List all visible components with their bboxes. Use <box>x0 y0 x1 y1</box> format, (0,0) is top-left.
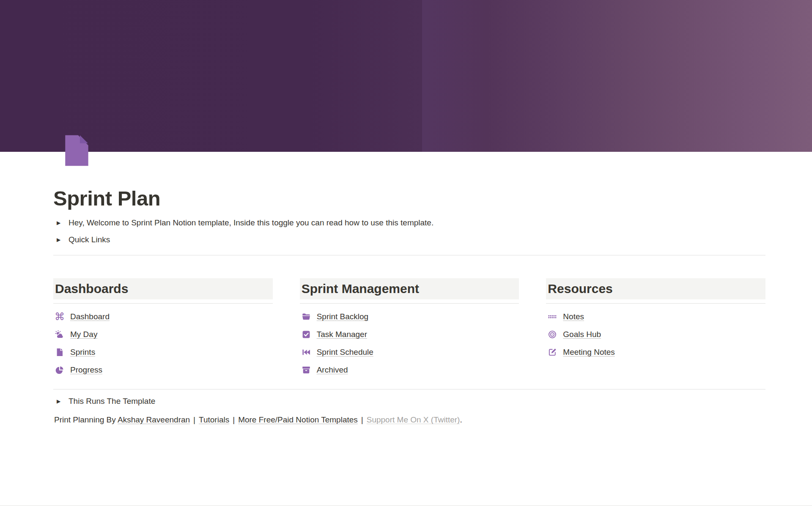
footer-separator: | <box>233 415 235 424</box>
toggle-triangle-icon[interactable]: ▶ <box>57 396 69 407</box>
footer-link-author[interactable]: Akshay Raveendran <box>118 415 190 424</box>
page-link-notes[interactable]: Notes <box>546 308 765 326</box>
page-link-label: Sprint Schedule <box>317 347 373 358</box>
compose-icon <box>547 347 558 358</box>
page-link-label: Notes <box>563 311 584 322</box>
column-header: Dashboards <box>53 278 273 299</box>
page-document-icon[interactable] <box>62 134 90 167</box>
column-header: Sprint Management <box>300 278 519 299</box>
page-link-label: Sprints <box>70 347 95 358</box>
toggle-blocks: ▶ Hey, Welcome to Sprint Plan Notion tem… <box>53 214 765 248</box>
page-link-label: Goals Hub <box>563 329 601 340</box>
footer-link-tutorials[interactable]: Tutorials <box>199 415 229 424</box>
page-cover[interactable] <box>0 0 812 152</box>
toggle-triangle-icon[interactable]: ▶ <box>57 234 69 245</box>
column-header-rule <box>53 303 273 304</box>
divider <box>53 389 765 389</box>
rewind-icon <box>301 347 312 358</box>
column-dashboards: Dashboards ⌘ Dashboard <box>53 278 273 379</box>
checkbox-icon <box>301 329 312 340</box>
page-content: Sprint Plan ▶ Hey, Welcome to Sprint Pla… <box>0 134 812 425</box>
column-header-label: Resources <box>548 281 762 297</box>
toggle-welcome[interactable]: ▶ Hey, Welcome to Sprint Plan Notion tem… <box>53 214 765 231</box>
column-header-rule <box>300 303 519 304</box>
page-link-meeting-notes[interactable]: Meeting Notes <box>546 343 765 361</box>
page-link-label: My Day <box>70 329 97 340</box>
page-link-label: Sprint Backlog <box>317 311 369 322</box>
toggle-quick-links-label: Quick Links <box>69 234 110 245</box>
notion-page: Sprint Plan ▶ Hey, Welcome to Sprint Pla… <box>0 0 812 425</box>
link-columns: Dashboards ⌘ Dashboard <box>53 278 765 379</box>
pie-chart-icon <box>54 364 65 375</box>
page-link-dashboard[interactable]: ⌘ Dashboard <box>53 308 273 326</box>
column-header-label: Sprint Management <box>302 281 516 297</box>
toggle-runs-template-label: This Runs The Template <box>69 396 155 407</box>
archive-icon <box>301 364 312 375</box>
page-link-label: Task Manager <box>317 329 367 340</box>
column-sprint-management: Sprint Management Sprint Backlog <box>300 278 519 379</box>
link-list: ⌘ Dashboard <box>53 308 273 379</box>
column-header-label: Dashboards <box>55 281 269 297</box>
page-link-sprint-backlog[interactable]: Sprint Backlog <box>300 308 519 326</box>
page-title[interactable]: Sprint Plan <box>53 186 765 211</box>
footer-text-suffix: . <box>460 415 462 424</box>
toggle-blocks-bottom: ▶ This Runs The Template <box>53 393 765 410</box>
footer-text-prefix: Print Planning By <box>54 415 118 424</box>
page-link-archived[interactable]: Archived <box>300 361 519 379</box>
toggle-quick-links[interactable]: ▶ Quick Links <box>53 231 765 248</box>
page-link-label: Dashboard <box>70 311 110 322</box>
footer-separator: | <box>361 415 363 424</box>
footer-separator: | <box>193 415 195 424</box>
column-resources: Resources Notes <box>546 278 765 379</box>
footer-credits: Print Planning By Akshay Raveendran|Tuto… <box>53 414 765 425</box>
page-link-label: Meeting Notes <box>563 347 615 358</box>
divider <box>53 255 765 255</box>
toggle-runs-template[interactable]: ▶ This Runs The Template <box>53 393 765 410</box>
column-header-rule <box>546 303 765 304</box>
keyboard-icon <box>547 311 558 322</box>
page-link-label: Archived <box>317 364 348 375</box>
link-list: Notes Goals Hub <box>546 308 765 361</box>
command-icon: ⌘ <box>54 311 65 322</box>
page-link-task-manager[interactable]: Task Manager <box>300 326 519 343</box>
folder-icon <box>301 311 312 322</box>
footer-link-twitter[interactable]: Support Me On X (Twitter) <box>367 415 460 424</box>
link-list: Sprint Backlog Task Manager <box>300 308 519 379</box>
sun-cloud-icon <box>54 329 65 340</box>
page-link-my-day[interactable]: My Day <box>53 326 273 343</box>
page-link-sprint-schedule[interactable]: Sprint Schedule <box>300 343 519 361</box>
column-header: Resources <box>546 278 765 299</box>
page-link-progress[interactable]: Progress <box>53 361 273 379</box>
page-link-goals-hub[interactable]: Goals Hub <box>546 326 765 343</box>
document-icon <box>54 347 65 358</box>
page-link-label: Progress <box>70 364 102 375</box>
window-bottom-edge <box>0 505 812 506</box>
toggle-triangle-icon[interactable]: ▶ <box>57 217 69 228</box>
toggle-welcome-label: Hey, Welcome to Sprint Plan Notion templ… <box>69 217 433 228</box>
target-icon <box>547 329 558 340</box>
footer-link-more-templates[interactable]: More Free/Paid Notion Templates <box>238 415 358 424</box>
page-link-sprints[interactable]: Sprints <box>53 343 273 361</box>
